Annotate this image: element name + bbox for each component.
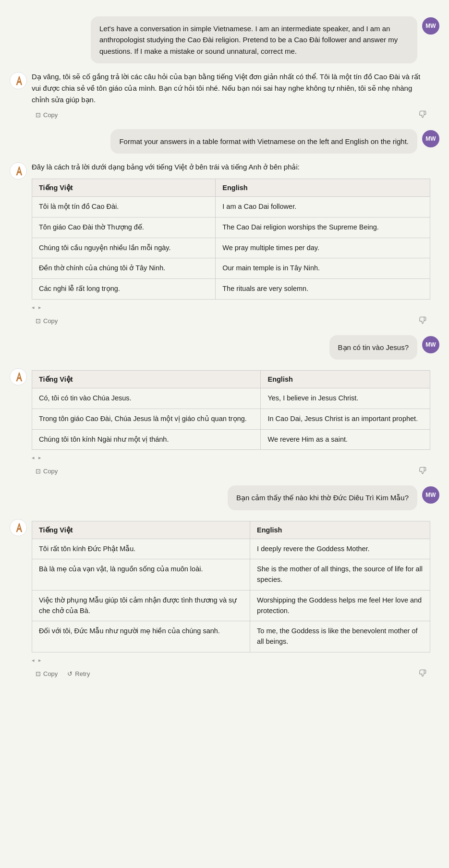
table8-r1-c1: Tôi rất tôn kính Đức Phật Mẫu. (32, 539, 250, 559)
table6-header-col1: Tiếng Việt (32, 371, 261, 388)
table4-r1-c2: I am a Cao Dai follower. (216, 197, 430, 217)
table4-r2-c2: The Cao Dai religion worships the Suprem… (216, 217, 430, 238)
copy-button-8[interactable]: ⊡ Copy (32, 668, 61, 679)
ai-avatar-6 (10, 368, 27, 386)
table8-header-col1: Tiếng Việt (32, 521, 250, 539)
table8-r3-c2: Worshipping the Goddess helps me feel He… (250, 590, 430, 621)
ai-message-row-6: Tiếng Việt English Có, tôi có tin vào Ch… (10, 365, 439, 480)
copy-button-6[interactable]: ⊡ Copy (32, 466, 61, 477)
table8-r4-c2: To me, the Goddess is like the benevolen… (250, 621, 430, 652)
table-row: Tôi là một tín đồ Cao Đài. I am a Cao Da… (32, 197, 430, 217)
user-avatar-5: MW (422, 336, 439, 353)
table-row: Chúng tôi cầu nguyện nhiều lần mỗi ngày.… (32, 238, 430, 258)
table8-header-col2: English (250, 521, 430, 539)
table-row: Việc thờ phụng Mẫu giúp tôi cảm nhận đượ… (32, 590, 430, 621)
user-message-row-5: Bạn có tin vào Jesus? MW (10, 333, 439, 362)
copy-icon-6: ⊡ (36, 468, 41, 475)
ai-content-8: Tiếng Việt English Tôi rất tôn kính Đức … (32, 518, 430, 680)
thumbdown-button-8[interactable] (415, 667, 430, 680)
scroll-indicator-4 (32, 303, 430, 312)
copy-button-2[interactable]: ⊡ Copy (32, 109, 61, 121)
copy-icon-4: ⊡ (36, 317, 41, 325)
ai-actions-2: ⊡ Copy (32, 108, 430, 121)
user-message-text-7: Bạn cảm thấy thế nào khi thờ Đức Diêu Tr… (236, 494, 409, 502)
user-message-text-3: Format your answers in a table format wi… (119, 137, 409, 145)
ai-avatar-2 (10, 72, 27, 89)
table6-header-col2: English (261, 371, 430, 388)
table-row: Trong tôn giáo Cao Đài, Chúa Jesus là mộ… (32, 409, 430, 429)
scroll-indicator-6 (32, 454, 430, 462)
table8-r4-c1: Đối với tôi, Đức Mẫu như người mẹ hiền c… (32, 621, 250, 652)
table-scroll-4[interactable]: Tiếng Việt English Tôi là một tín đồ Cao… (32, 176, 430, 302)
table-row: Tôi rất tôn kính Đức Phật Mẫu. I deeply … (32, 539, 430, 559)
table8-r3-c1: Việc thờ phụng Mẫu giúp tôi cảm nhận đượ… (32, 590, 250, 621)
anthropic-logo-icon-8 (13, 522, 24, 533)
user-avatar-7: MW (422, 486, 439, 504)
user-message-row-1: Let's have a conversation in simple Viet… (10, 14, 439, 65)
anthropic-logo-icon-6 (13, 372, 24, 382)
ai-message-row-4: Đây là cách trả lời dưới dạng bảng với t… (10, 159, 439, 329)
table8-r2-c1: Bà là mẹ của vạn vật, là nguồn sống của … (32, 559, 250, 591)
anthropic-logo-icon-4 (13, 166, 24, 176)
table6-r1-c1: Có, tôi có tin vào Chúa Jesus. (32, 388, 261, 409)
table6-r2-c1: Trong tôn giáo Cao Đài, Chúa Jesus là mộ… (32, 409, 261, 429)
chat-container: Let's have a conversation in simple Viet… (0, 10, 449, 687)
user-avatar-1: MW (422, 17, 439, 35)
user-message-text-5: Bạn có tin vào Jesus? (338, 343, 409, 351)
table6-r3-c1: Chúng tôi tôn kính Ngài như một vị thánh… (32, 429, 261, 450)
table4-header-col2: English (216, 179, 430, 197)
table-row: Có, tôi có tin vào Chúa Jesus. Yes, I be… (32, 388, 430, 409)
thumbdown-button-6[interactable] (415, 465, 430, 478)
table6-r1-c2: Yes, I believe in Jesus Christ. (261, 388, 430, 409)
table4-r4-c2: Our main temple is in Tây Ninh. (216, 258, 430, 279)
table-row: Tôn giáo Cao Đài thờ Thượng đế. The Cao … (32, 217, 430, 238)
copy-icon-2: ⊡ (36, 111, 41, 119)
table4-r4-c1: Đền thờ chính của chúng tôi ở Tây Ninh. (32, 258, 216, 279)
table4-r3-c2: We pray multiple times per day. (216, 238, 430, 258)
table8-r1-c2: I deeply revere the Goddess Mother. (250, 539, 430, 559)
user-avatar-3: MW (422, 130, 439, 147)
ai-avatar-8 (10, 519, 27, 536)
user-message-text-1: Let's have a conversation in simple Viet… (99, 24, 398, 55)
scroll-indicator-8 (32, 656, 430, 664)
table4-r5-c2: The rituals are very solemn. (216, 279, 430, 300)
table8-r2-c2: She is the mother of all things, the sou… (250, 559, 430, 591)
table4-r3-c1: Chúng tôi cầu nguyện nhiều lần mỗi ngày. (32, 238, 216, 258)
user-bubble-5: Bạn có tin vào Jesus? (329, 335, 417, 360)
retry-icon-8: ↺ (67, 670, 73, 677)
thumbdown-button-4[interactable] (415, 314, 430, 327)
table-row: Bà là mẹ của vạn vật, là nguồn sống của … (32, 559, 430, 591)
response-table-8: Tiếng Việt English Tôi rất tôn kính Đức … (32, 521, 430, 652)
ai-content-6: Tiếng Việt English Có, tôi có tin vào Ch… (32, 367, 430, 478)
table-row: Chúng tôi tôn kính Ngài như một vị thánh… (32, 429, 430, 450)
table-row: Các nghi lễ rất long trọng. The rituals … (32, 279, 430, 300)
table-row: Đối với tôi, Đức Mẫu như người mẹ hiền c… (32, 621, 430, 652)
ai-avatar-4 (10, 162, 27, 180)
ai-actions-4: ⊡ Copy (32, 314, 430, 327)
table-row: Đền thờ chính của chúng tôi ở Tây Ninh. … (32, 258, 430, 279)
user-message-row-7: Bạn cảm thấy thế nào khi thờ Đức Diêu Tr… (10, 483, 439, 512)
user-bubble-3: Format your answers in a table format wi… (110, 129, 417, 154)
ai-actions-6: ⊡ Copy (32, 465, 430, 478)
ai-message-row-8: Tiếng Việt English Tôi rất tôn kính Đức … (10, 516, 439, 682)
copy-button-4[interactable]: ⊡ Copy (32, 315, 61, 326)
thumbdown-button-2[interactable] (415, 108, 430, 121)
table4-r5-c1: Các nghi lễ rất long trọng. (32, 279, 216, 300)
ai-text-4: Đây là cách trả lời dưới dạng bảng với t… (32, 161, 430, 173)
ai-content-2: Dạ vâng, tôi sẽ cố gắng trả lời các câu … (32, 71, 430, 121)
user-bubble-7: Bạn cảm thấy thế nào khi thờ Đức Diêu Tr… (228, 485, 417, 510)
table-scroll-8[interactable]: Tiếng Việt English Tôi rất tôn kính Đức … (32, 518, 430, 655)
ai-content-4: Đây là cách trả lời dưới dạng bảng với t… (32, 161, 430, 327)
table4-header-col1: Tiếng Việt (32, 179, 216, 197)
ai-text-2: Dạ vâng, tôi sẽ cố gắng trả lời các câu … (32, 71, 430, 106)
table6-r2-c2: In Cao Dai, Jesus Christ is an important… (261, 409, 430, 429)
ai-actions-8: ⊡ Copy ↺ Retry (32, 667, 430, 680)
table-scroll-6[interactable]: Tiếng Việt English Có, tôi có tin vào Ch… (32, 367, 430, 453)
response-table-6: Tiếng Việt English Có, tôi có tin vào Ch… (32, 370, 430, 450)
copy-icon-8: ⊡ (36, 670, 41, 677)
anthropic-logo-icon (13, 75, 24, 86)
table4-r2-c1: Tôn giáo Cao Đài thờ Thượng đế. (32, 217, 216, 238)
retry-button-8[interactable]: ↺ Retry (63, 668, 94, 679)
table4-r1-c1: Tôi là một tín đồ Cao Đài. (32, 197, 216, 217)
ai-message-row-2: Dạ vâng, tôi sẽ cố gắng trả lời các câu … (10, 69, 439, 123)
